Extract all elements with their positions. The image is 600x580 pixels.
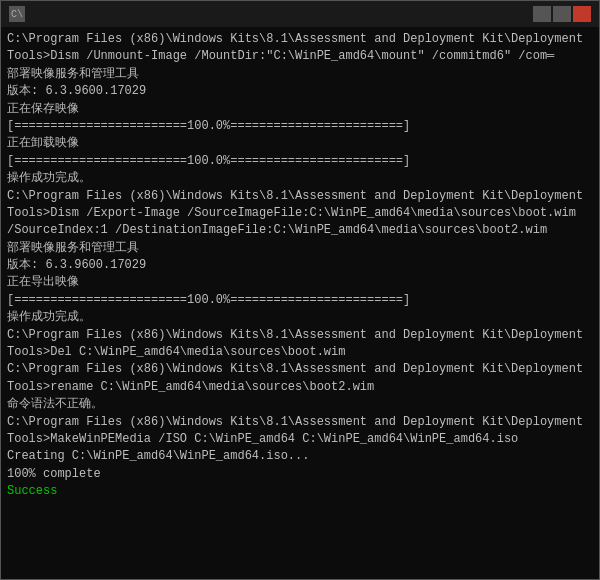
console-line: 命令语法不正确。 [7,396,593,413]
close-button[interactable] [573,6,591,22]
console-line: Tools>Dism /Unmount-Image /MountDir:"C:\… [7,48,593,65]
console-line: C:\Program Files (x86)\Windows Kits\8.1\… [7,361,593,378]
console-output: C:\Program Files (x86)\Windows Kits\8.1\… [1,27,599,579]
console-line: Creating C:\WinPE_amd64\WinPE_amd64.iso.… [7,448,593,465]
console-line: Tools>Dism /Export-Image /SourceImageFil… [7,205,593,222]
titlebar-left: C\ [9,6,31,22]
titlebar: C\ [1,1,599,27]
console-line: 100% complete [7,466,593,483]
terminal-icon: C\ [9,6,25,22]
window-controls[interactable] [533,6,591,22]
console-line: C:\Program Files (x86)\Windows Kits\8.1\… [7,188,593,205]
console-line: 部署映像服务和管理工具 [7,66,593,83]
console-line: [========================100.0%=========… [7,118,593,135]
console-line: 操作成功完成。 [7,170,593,187]
console-line: 操作成功完成。 [7,309,593,326]
console-line: Tools>rename C:\WinPE_amd64\media\source… [7,379,593,396]
maximize-button[interactable] [553,6,571,22]
console-line: Tools>MakeWinPEMedia /ISO C:\WinPE_amd64… [7,431,593,448]
console-line: 版本: 6.3.9600.17029 [7,83,593,100]
console-line: Success [7,483,593,500]
console-line: 正在保存映像 [7,101,593,118]
terminal-window: C\ C:\Program Files (x86)\Windows Kits\8… [0,0,600,580]
console-line: 正在卸载映像 [7,135,593,152]
console-line: /SourceIndex:1 /DestinationImageFile:C:\… [7,222,593,239]
console-line: 版本: 6.3.9600.17029 [7,257,593,274]
console-line: Tools>Del C:\WinPE_amd64\media\sources\b… [7,344,593,361]
minimize-button[interactable] [533,6,551,22]
console-line: 正在导出映像 [7,274,593,291]
console-line: C:\Program Files (x86)\Windows Kits\8.1\… [7,31,593,48]
console-line: C:\Program Files (x86)\Windows Kits\8.1\… [7,327,593,344]
console-line: C:\Program Files (x86)\Windows Kits\8.1\… [7,414,593,431]
console-line: [========================100.0%=========… [7,292,593,309]
console-line: [========================100.0%=========… [7,153,593,170]
console-line: 部署映像服务和管理工具 [7,240,593,257]
